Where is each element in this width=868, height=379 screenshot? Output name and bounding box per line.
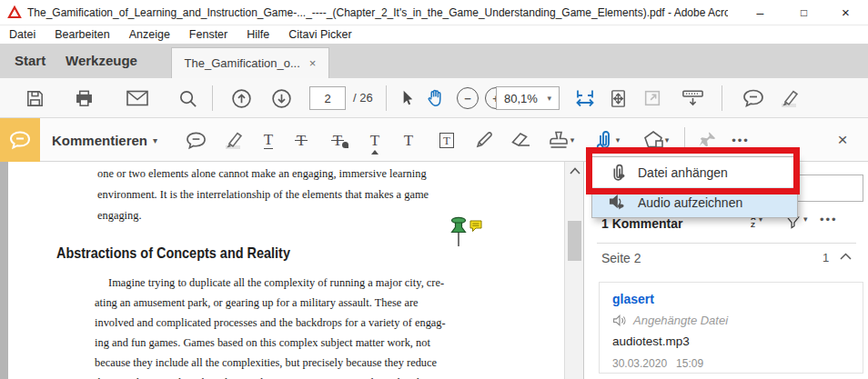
page-group-label: Seite 2: [601, 251, 641, 265]
sticky-note-tool[interactable]: [180, 118, 211, 162]
menu-bar: Datei Bearbeiten Anzeige Fenster Hilfe C…: [0, 25, 868, 44]
document-text-line: ing and fun games. Games based on this c…: [95, 336, 430, 350]
attachment-pushpin-annotation[interactable]: [449, 216, 469, 249]
kommentieren-label: Kommentieren: [52, 133, 147, 148]
hand-tool[interactable]: [422, 78, 449, 118]
speaker-icon: [612, 314, 627, 327]
chevron-down-icon: ▾: [616, 135, 621, 145]
title-bar: The_Gamification_of_Learning_and_Instruc…: [0, 0, 868, 25]
panel-divider: [597, 243, 856, 244]
select-tool[interactable]: [395, 78, 419, 118]
document-text-line: Imagine trying to duplicate all the comp…: [108, 276, 444, 290]
menu-bearbeiten[interactable]: Bearbeiten: [55, 28, 109, 41]
page-number-input[interactable]: [309, 86, 346, 110]
chevron-down-icon: ▾: [547, 94, 551, 103]
document-text-line: one or two elements alone cannot make an…: [97, 167, 427, 181]
chevron-down-icon: ▾: [570, 135, 575, 145]
draw-tool[interactable]: [469, 118, 499, 162]
highlighter-icon[interactable]: [773, 78, 804, 118]
menu-citavi-picker[interactable]: Citavi Picker: [288, 28, 351, 41]
text-box-tool[interactable]: T: [433, 118, 460, 162]
toolbar-separator: [386, 85, 387, 111]
fit-page-tool[interactable]: [604, 78, 631, 118]
document-background-strip: [0, 162, 8, 379]
document-scrollbar[interactable]: [564, 162, 583, 379]
kommentieren-dropdown[interactable]: Kommentieren ▾: [52, 118, 157, 162]
page-count-label: / 26: [353, 78, 373, 118]
save-button[interactable]: [22, 78, 47, 118]
document-text-line: because they include all the complexitie…: [95, 356, 437, 370]
tab-document[interactable]: The_Gamification_o... ×: [171, 47, 329, 78]
close-comment-toolbar-button[interactable]: ×: [826, 118, 859, 162]
underline-text-tool[interactable]: T: [257, 118, 280, 162]
chevron-down-icon: ▾: [665, 135, 670, 145]
comment-card[interactable]: glasert Angehängte Datei audiotest.mp3 3…: [599, 282, 863, 374]
page-group-count: 1: [823, 251, 829, 264]
red-highlight-annotation: [586, 147, 800, 194]
close-window-button[interactable]: ×: [825, 0, 866, 25]
stamp-tool[interactable]: ▾: [542, 118, 579, 162]
comment-author: glasert: [612, 292, 850, 306]
section-heading: Abstractions of Concepts and Reality: [56, 244, 290, 263]
replace-text-tool[interactable]: T: [324, 118, 351, 162]
attached-file-name: audiotest.mp3: [612, 334, 850, 348]
document-text-line: environment. It is the interrelationship…: [97, 188, 429, 202]
comment-note-icon[interactable]: [469, 220, 483, 233]
eraser-tool[interactable]: [506, 118, 537, 162]
speaker-note-icon: [607, 192, 629, 214]
annotation-type-label: Angehängte Datei: [633, 314, 728, 327]
scrollbar-up-arrow[interactable]: [565, 167, 584, 175]
tab-werkzeuge[interactable]: Werkzeuge: [66, 44, 137, 78]
fit-width-tool[interactable]: [571, 78, 599, 118]
toolbar-presentation-tool[interactable]: [677, 78, 708, 118]
acrobat-pdf-icon: [7, 5, 22, 20]
chevron-down-icon: ▾: [803, 214, 808, 224]
add-text-comment-tool[interactable]: T: [397, 118, 420, 162]
comment-mode-icon[interactable]: [0, 118, 40, 162]
menu-datei[interactable]: Datei: [9, 28, 35, 41]
next-page-button[interactable]: [267, 78, 295, 118]
toolbar-separator: [722, 85, 722, 111]
document-text-line: involved and complicated processes and t…: [95, 316, 446, 330]
zoom-out-button[interactable]: −: [455, 78, 480, 118]
highlight-text-tool[interactable]: [217, 118, 249, 162]
insert-text-tool[interactable]: T: [362, 118, 388, 162]
strikethrough-text-tool[interactable]: T: [289, 118, 313, 162]
tab-bar: Start Werkzeuge The_Gamification_o... ×: [0, 44, 868, 78]
comments-count-header: 1 Kommentar: [601, 216, 682, 231]
document-text-line: ating an amusement park, or gearing up f…: [95, 296, 419, 310]
panel-more-options-button[interactable]: •••: [820, 213, 838, 226]
window-title: The_Gamification_of_Learning_and_Instruc…: [27, 6, 728, 19]
print-button[interactable]: [71, 78, 96, 118]
maximize-button[interactable]: □: [783, 0, 824, 25]
comment-bubble-icon[interactable]: [739, 78, 768, 118]
acrobat-window: The_Gamification_of_Learning_and_Instruc…: [0, 0, 868, 379]
comment-date: 30.03.2020: [612, 357, 667, 370]
menu-anzeige[interactable]: Anzeige: [129, 28, 170, 41]
tab-close-icon[interactable]: ×: [309, 56, 317, 70]
minimize-button[interactable]: –: [740, 0, 781, 25]
scrollbar-thumb[interactable]: [568, 221, 581, 261]
menu-item-label: Audio aufzeichnen: [638, 195, 742, 210]
zoom-level-select[interactable]: 80,1% ▾: [496, 86, 560, 110]
menu-hilfe[interactable]: Hilfe: [247, 28, 269, 41]
tab-document-label: The_Gamification_o...: [185, 56, 300, 70]
fullscreen-tool[interactable]: [639, 78, 666, 118]
document-text-line: engaging.: [97, 209, 142, 223]
toolbar-separator: [212, 85, 213, 111]
previous-page-button[interactable]: [227, 78, 255, 118]
collapse-group-chevron[interactable]: [840, 253, 852, 260]
document-page[interactable]: one or two elements alone cannot make an…: [8, 162, 562, 379]
chevron-down-icon: ▾: [153, 135, 157, 145]
main-toolbar: / 26 − + 80,1% ▾: [0, 78, 868, 118]
tab-start[interactable]: Start: [15, 44, 45, 78]
search-icon[interactable]: [175, 78, 200, 118]
zoom-level-value: 80,1%: [504, 92, 538, 105]
email-button[interactable]: [124, 78, 151, 118]
comment-time: 15:09: [676, 357, 703, 370]
menu-fenster[interactable]: Fenster: [189, 28, 227, 41]
